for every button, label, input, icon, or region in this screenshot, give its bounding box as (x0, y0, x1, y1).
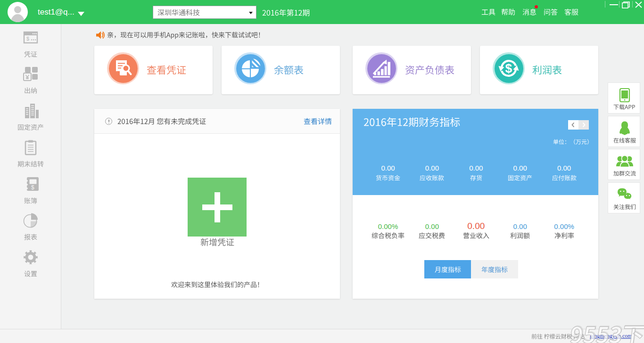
svg-text:$: $ (505, 61, 512, 75)
svg-text:$: $ (31, 184, 34, 191)
svg-text:$: $ (26, 36, 29, 41)
